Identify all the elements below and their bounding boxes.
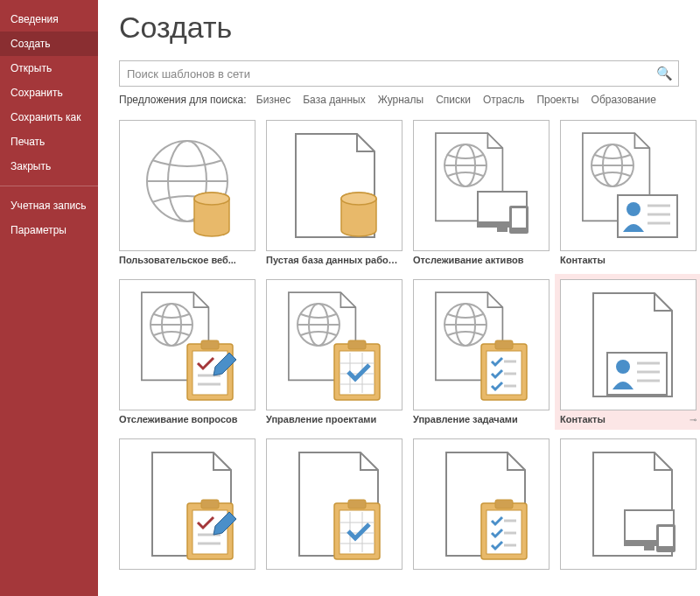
template-label: Управление проектами (266, 414, 402, 424)
page-title: Создать (119, 11, 679, 45)
sidebar-item-5[interactable]: Печать (0, 130, 98, 154)
sidebar-item-4[interactable]: Сохранить как (0, 105, 98, 130)
template-label: Отслеживание вопросов (119, 414, 256, 424)
main-panel: Создать 🔍 Предложения для поиска: Бизнес… (98, 0, 700, 596)
template-thumb (266, 120, 402, 251)
template-tile-11[interactable] (560, 438, 696, 573)
sidebar-item-0[interactable]: Сведения (0, 7, 98, 32)
sidebar-item-2[interactable]: Открыть (0, 56, 98, 81)
template-label: Контакты (560, 414, 696, 424)
template-tile-0[interactable]: Пользовательское веб... (119, 120, 256, 265)
template-tile-5[interactable]: Управление проектами (266, 279, 402, 424)
suggest-link-6[interactable]: Образование (592, 94, 656, 106)
pin-icon[interactable]: ⊸ (690, 415, 696, 424)
sidebar-separator (0, 186, 98, 186)
sidebar-footer-1[interactable]: Параметры (0, 218, 98, 242)
suggest-link-0[interactable]: Бизнес (256, 94, 290, 106)
template-label: Управление задачами (413, 414, 550, 424)
sidebar-item-6[interactable]: Закрыть (0, 154, 98, 179)
template-tile-3[interactable]: Контакты (560, 120, 696, 265)
search-input[interactable] (120, 61, 678, 86)
template-thumb (560, 279, 696, 410)
template-tile-10[interactable] (413, 438, 550, 573)
template-thumb (560, 120, 696, 251)
template-thumb (119, 279, 256, 410)
template-tile-1[interactable]: Пустая база данных рабочего... (266, 120, 402, 265)
suggest-link-4[interactable]: Отрасль (483, 94, 524, 106)
template-label: Пустая база данных рабочего... (266, 255, 402, 265)
template-tile-8[interactable] (119, 438, 256, 573)
template-label: Контакты (560, 255, 696, 265)
template-tile-4[interactable]: Отслеживание вопросов (119, 279, 256, 424)
template-thumb (266, 438, 402, 570)
suggest-label: Предложения для поиска: (119, 94, 246, 106)
search-icon[interactable]: 🔍 (656, 66, 673, 81)
sidebar-item-1[interactable]: Создать (0, 32, 98, 56)
sidebar-item-3[interactable]: Сохранить (0, 81, 98, 105)
template-tile-2[interactable]: Отслеживание активов (413, 120, 550, 265)
template-thumb (560, 438, 696, 570)
template-thumb (266, 279, 402, 410)
template-grid: Пользовательское веб...Пустая база данны… (119, 120, 679, 573)
template-thumb (413, 279, 550, 410)
search-suggestions: Предложения для поиска: БизнесБаза данны… (119, 94, 679, 106)
suggest-link-5[interactable]: Проекты (536, 94, 578, 106)
template-thumb (119, 120, 256, 251)
template-tile-7[interactable]: Контакты⊸ (555, 274, 700, 430)
suggest-link-2[interactable]: Журналы (378, 94, 424, 106)
sidebar: СведенияСоздатьОткрытьСохранитьСохранить… (0, 0, 98, 596)
template-thumb (413, 120, 550, 251)
sidebar-footer-0[interactable]: Учетная запись (0, 193, 98, 218)
template-tile-9[interactable] (266, 438, 402, 573)
template-label: Отслеживание активов (413, 255, 550, 265)
suggest-link-3[interactable]: Списки (436, 94, 471, 106)
template-thumb (119, 438, 256, 570)
search-box[interactable]: 🔍 (119, 60, 679, 87)
template-label: Пользовательское веб... (119, 255, 256, 265)
template-thumb (413, 438, 550, 570)
suggest-link-1[interactable]: База данных (303, 94, 365, 106)
template-tile-6[interactable]: Управление задачами (413, 279, 550, 424)
